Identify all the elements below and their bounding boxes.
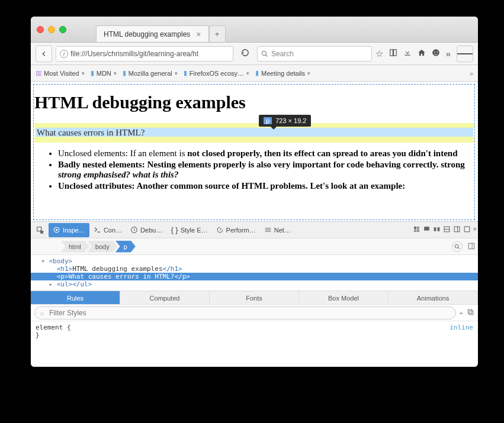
responsive-icon[interactable] [423,225,431,234]
network-icon [264,226,272,234]
search-icon: ⌕ [40,309,44,317]
tab-console[interactable]: Con… [89,223,126,237]
bookmark-star-icon[interactable]: ☆ [375,49,383,59]
styles-pane[interactable]: inline element { } [31,321,478,341]
star-icon: ▥ [36,69,41,77]
dom-node-h1[interactable]: <h1>HTML debugging examples</h1> [31,265,478,273]
chevron-down-icon: ▾ [114,70,117,76]
tooltip-tag: p [264,117,272,124]
tab-computed[interactable]: Computed [120,291,210,304]
pick-element-button[interactable] [32,223,49,237]
filter-styles-input[interactable] [34,306,456,319]
svg-rect-22 [469,311,473,315]
tab-rules[interactable]: Rules [31,291,120,304]
search-dom-button[interactable] [452,241,463,252]
tab-box-model[interactable]: Box Model [299,291,389,304]
new-tab-button[interactable]: + [209,25,226,42]
svg-point-5 [436,51,438,53]
performance-icon [216,226,224,234]
tab-network[interactable]: Net… [260,223,295,237]
smiley-icon[interactable] [432,49,440,59]
close-window-button[interactable] [37,26,44,33]
dom-node-p-selected[interactable]: <p>What causes errors in HTML?</p> [31,273,478,280]
close-devtools-icon[interactable]: × [473,225,477,234]
tab-strip: HTML debugging examples × + [96,17,226,42]
chevron-down-icon: ▾ [246,70,249,76]
url-bar[interactable]: i file:///Users/chrismills/git/learning-… [56,46,233,62]
inline-label[interactable]: inline [450,324,473,331]
filter-bar: ⌕ + [31,305,478,321]
browser-tab[interactable]: HTML debugging examples × [96,25,209,42]
downloads-icon[interactable] [403,49,412,59]
tab-debugger[interactable]: Debu… [126,223,166,237]
minimize-window-button[interactable] [48,26,55,33]
toggle-pane-icon[interactable] [467,242,476,251]
reload-icon [241,49,249,57]
tab-animations[interactable]: Animations [389,291,478,304]
window-controls [37,26,66,33]
eyedropper-icon[interactable] [413,225,420,234]
svg-rect-21 [468,243,474,248]
tab-inspector[interactable]: Inspe… [49,223,89,237]
tab-fonts[interactable]: Fonts [210,291,299,304]
add-rule-icon[interactable]: + [460,309,463,317]
folder-icon: ▮ [123,69,126,77]
bookmark-meeting[interactable]: ▮Meeting details▾ [255,69,310,77]
maximize-window-button[interactable] [59,26,66,33]
margin-highlight-bottom [34,137,474,143]
back-button[interactable] [36,46,52,62]
element-tooltip: p 723 × 19.2 [259,115,311,127]
folder-icon: ▮ [184,69,187,77]
breadcrumb-actions [452,241,476,252]
svg-rect-18 [454,227,460,232]
svg-rect-15 [434,227,436,231]
dom-node-ul[interactable]: ▸ <ul></ul> [31,280,478,288]
svg-point-20 [455,244,458,248]
settings-icon[interactable] [463,225,471,234]
bookmark-mozilla-general[interactable]: ▮Mozilla general▾ [123,69,178,77]
titlebar: HTML debugging examples × + [31,17,478,43]
svg-rect-10 [414,227,416,229]
search-placeholder: Search [271,50,294,58]
bookmarks-overflow-icon[interactable]: » [470,70,473,77]
url-text: file:///Users/chrismills/git/learning-ar… [70,50,198,58]
svg-point-3 [432,49,439,56]
crumb-html[interactable]: html [60,241,89,253]
svg-point-8 [56,229,57,230]
svg-rect-1 [390,50,393,56]
dock-icon[interactable] [453,225,461,234]
debugger-icon [130,226,138,234]
devtools-toolbar-right: × [413,225,477,234]
crumb-p[interactable]: p [115,241,136,253]
inspector-icon [53,226,60,234]
search-icon [454,244,460,250]
search-bar[interactable]: Search [257,46,372,62]
dom-tree[interactable]: ▾ <body> <h1>HTML debugging examples</h1… [31,255,478,290]
console-icon [94,226,101,234]
dom-node-body[interactable]: ▾ <body> [31,257,478,265]
overflow-icon[interactable]: » [446,49,451,59]
back-arrow-icon [40,50,48,58]
bookmark-most-visited[interactable]: ▥Most Visited▾ [36,69,85,77]
svg-rect-23 [468,309,472,314]
reload-button[interactable] [237,49,253,59]
split-console-icon[interactable] [443,225,451,234]
site-info-icon[interactable]: i [60,50,68,58]
element-selector-open: element { [36,324,473,331]
home-icon[interactable] [418,49,426,59]
crumb-body[interactable]: body [87,241,118,253]
style-tabs: Rules Computed Fonts Box Model Animation… [31,290,478,305]
menu-button[interactable] [457,46,473,62]
bookmark-firefoxos[interactable]: ▮FirefoxOS ecosy…▾ [184,69,249,77]
bookmark-mdn[interactable]: ▮MDN▾ [91,69,117,77]
svg-rect-19 [464,227,470,232]
close-tab-icon[interactable]: × [196,30,201,39]
bookmarks-bar: ▥Most Visited▾ ▮MDN▾ ▮Mozilla general▾ ▮… [31,65,478,82]
copy-icon[interactable] [467,308,474,317]
scratchpad-icon[interactable] [433,225,441,234]
tab-style-editor[interactable]: { }Style E… [166,223,211,237]
reader-icon[interactable] [389,49,397,59]
svg-rect-13 [417,230,419,232]
chevron-down-icon: ▾ [307,70,310,76]
tab-performance[interactable]: Perform… [212,223,260,237]
